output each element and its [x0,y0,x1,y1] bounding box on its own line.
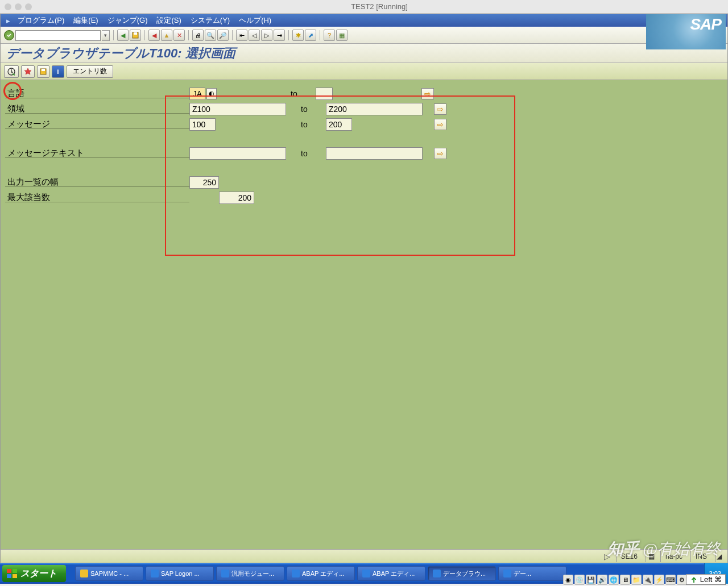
print-button[interactable]: 🖨 [192,30,204,41]
minimize-icon[interactable] [15,3,22,10]
taskbar-item[interactable]: デー... [498,566,566,581]
entry-count-button[interactable]: エントリ数 [67,65,113,78]
multiple-selection-button[interactable]: ⇨ [434,103,446,115]
app-icon [292,570,300,577]
close-icon[interactable] [5,3,11,10]
multiple-selection-button[interactable]: ⇨ [434,148,446,159]
find-next-button[interactable]: 🔎 [217,30,229,41]
last-page-button[interactable]: ⇥ [274,30,285,41]
info-button[interactable]: i [52,65,64,78]
create-shortcut-button[interactable]: ⬈ [305,30,316,41]
zoom-icon[interactable] [25,3,32,10]
new-session-button[interactable]: ✱ [292,30,304,41]
menu-corner-icon[interactable]: ▸ [3,16,13,25]
input-text-from[interactable] [189,147,286,160]
capture-label: Left ⌘ [700,575,722,584]
menu-system[interactable]: システム(Y) [186,15,234,26]
vm-icon[interactable]: 💾 [586,575,596,585]
taskbar-item[interactable]: ABAP エディ... [357,566,425,581]
taskbar-item[interactable]: ABAP エディ... [287,566,355,581]
app-icon [433,570,441,577]
sel-row-text: メッセージテキスト to ⇨ [1,146,727,161]
taskbar-item-label: SAP Logon ... [161,570,200,577]
label-text: メッセージテキスト [1,148,189,159]
execute-button[interactable] [4,65,19,78]
multiple-selection-button[interactable]: ⇨ [421,88,434,99]
vm-icon[interactable]: ◉ [563,575,573,585]
selection-options-button[interactable] [21,65,35,78]
help-button[interactable]: ? [324,30,335,41]
vm-capture-indicator: Left ⌘ [686,574,726,585]
vm-icon[interactable]: ⌨ [665,575,676,585]
input-message-to[interactable] [326,118,352,131]
sap-logo-area: SAP [646,14,726,49]
sel-row-area: 領域 to ⇨ [1,101,727,117]
vm-icon[interactable]: 🔊 [597,575,607,585]
input-text-to[interactable] [326,147,423,160]
up-button[interactable]: ▲ [161,30,172,41]
vm-icon[interactable]: 🖥 [620,575,630,585]
status-icon[interactable]: ▦ [646,551,657,562]
page-title-bar: データブラウザテーブルT100: 選択画面 [1,44,727,63]
save-button[interactable] [130,30,141,41]
input-language-from[interactable] [189,88,205,100]
layout-button[interactable]: ▦ [336,30,348,41]
vm-icon[interactable]: 🔌 [643,575,653,585]
menu-settings[interactable]: 設定(S) [152,15,185,26]
status-tcode: SE16 [616,551,642,562]
label-message: メッセージ [1,119,189,130]
to-label: to [292,120,326,129]
vm-icon[interactable]: 🌐 [609,575,619,585]
sel-row-max: 最大該当数 [1,190,727,205]
okcode-input[interactable] [15,30,101,41]
vm-icon[interactable]: 💿 [574,575,585,585]
next-page-button[interactable]: ▷ [261,30,272,41]
status-resize-icon[interactable]: ◢ [715,551,723,562]
input-area-from[interactable] [189,103,286,115]
multiple-selection-button[interactable]: ⇨ [434,119,446,130]
to-label: to [292,149,326,158]
input-language-to[interactable] [316,88,333,100]
svg-rect-1 [134,32,137,35]
vm-icon[interactable]: ⚡ [654,575,664,585]
taskbar-item[interactable]: 汎用モジュー... [216,566,284,581]
input-width[interactable] [189,176,219,189]
taskbar-item-label: ABAP エディ... [373,570,415,578]
taskbar-item-label: ABAP エディ... [302,570,344,578]
menu-help[interactable]: ヘルプ(H) [234,15,276,26]
vm-icon[interactable]: 📁 [631,575,642,585]
label-width: 出力一覧の幅 [1,177,189,188]
taskbar-item-label: SAPMMC - ... [90,570,129,577]
first-page-button[interactable]: ⇤ [236,30,247,41]
cancel-button[interactable]: ✕ [173,30,185,41]
menu-edit[interactable]: 編集(E) [69,15,102,26]
taskbar-item[interactable]: SAPMMC - ... [75,566,143,581]
to-label: to [292,105,326,114]
taskbar-item-label: デー... [514,570,531,578]
app-icon [151,570,159,577]
back-button[interactable]: ◀ [117,30,129,41]
input-message-from[interactable] [189,118,216,131]
label-max: 最大該当数 [1,192,189,203]
input-max-hits[interactable] [219,192,254,204]
app-toolbar: i エントリ数 [1,63,727,80]
find-button[interactable]: 🔍 [205,30,216,41]
status-bar: ▷ SE16 ▦ na-pc INS ◢ [1,549,727,563]
app-icon [221,570,229,577]
status-host: na-pc [660,551,687,562]
save-variant-button[interactable] [37,65,49,78]
start-button[interactable]: スタート [2,565,66,582]
status-expand-icon[interactable]: ▷ [602,552,613,561]
f4-help-icon[interactable]: ◐ [206,88,217,99]
okcode-dropdown[interactable]: ▾ [102,30,110,41]
menu-goto[interactable]: ジャンプ(G) [103,15,152,26]
input-area-to[interactable] [326,103,423,115]
taskbar-item[interactable]: SAP Logon ... [146,566,214,581]
app-icon [80,570,88,577]
prev-page-button[interactable]: ◁ [249,30,260,41]
taskbar-item[interactable]: データブラウ... [428,566,496,581]
menu-program[interactable]: プログラム(P) [13,15,69,26]
enter-button[interactable] [4,30,14,40]
exit-button[interactable]: ◀ [148,30,160,41]
start-label: スタート [20,568,57,580]
